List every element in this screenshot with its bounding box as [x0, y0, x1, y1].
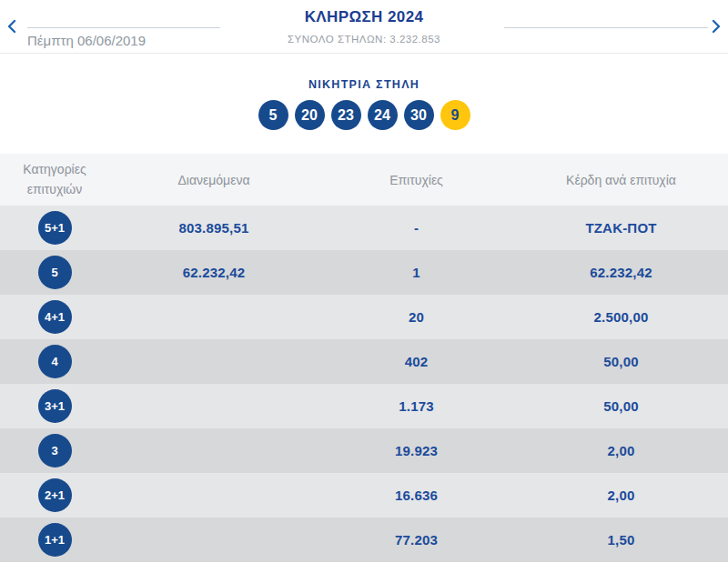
prize-value: ΤΖΑΚ-ΠΟΤ — [514, 220, 728, 236]
bonus-number-ball: 9 — [440, 100, 470, 130]
table-row: 5+1 803.895,51 - ΤΖΑΚ-ΠΟΤ — [0, 206, 728, 250]
draw-date: Πέμπτη 06/06/2019 — [27, 33, 146, 48]
winning-number-ball: 24 — [368, 100, 398, 130]
prize-value: 2,00 — [514, 443, 728, 458]
prize-value: 50,00 — [514, 398, 728, 414]
winning-number-ball: 5 — [258, 100, 288, 130]
prize-value: 2,00 — [514, 488, 728, 503]
category-badge: 3+1 — [38, 389, 72, 423]
winning-numbers: 5 20 23 24 30 9 — [0, 100, 728, 130]
prize-value: 62.232,42 — [514, 265, 728, 280]
table-row: 3 19.923 2,00 — [0, 428, 728, 473]
winners-value: 16.636 — [318, 488, 514, 503]
category-badge: 4+1 — [38, 300, 72, 334]
category-badge: 5 — [38, 256, 72, 289]
table-row: 5 62.232,42 1 62.232,42 — [0, 250, 728, 295]
table-header-row: Κατηγορίες επιτυχιών Διανεμόμενα Επιτυχί… — [0, 154, 728, 206]
category-badge: 5+1 — [38, 211, 72, 245]
category-badge: 4 — [38, 345, 72, 378]
table-row: 4+1 20 2.500,00 — [0, 295, 728, 339]
winners-value: 77.203 — [318, 532, 514, 548]
next-draw-button[interactable] — [708, 18, 724, 35]
table-row: 1+1 77.203 1,50 — [0, 518, 728, 562]
category-badge: 3 — [38, 434, 72, 467]
distributed-value: 803.895,51 — [109, 220, 318, 236]
winners-value: 19.923 — [318, 443, 514, 458]
prize-value: 2.500,00 — [514, 309, 728, 325]
category-badge: 2+1 — [38, 478, 72, 512]
column-header-distributed: Διανεμόμενα — [109, 173, 318, 187]
winners-value: 1.173 — [318, 398, 514, 414]
prize-value: 50,00 — [514, 354, 728, 369]
winning-number-ball: 23 — [331, 100, 361, 130]
column-header-prize: Κέρδη ανά επιτυχία — [514, 173, 728, 187]
winning-column-title: ΝΙΚΗΤΡΙΑ ΣΤΗΛΗ — [0, 78, 728, 91]
column-header-categories: Κατηγορίες επιτυχιών — [0, 160, 109, 199]
prize-table: Κατηγορίες επιτυχιών Διανεμόμενα Επιτυχί… — [0, 154, 728, 562]
chevron-right-icon — [711, 19, 722, 34]
draw-header: ΚΛΗΡΩΣΗ 2024 ΣΥΝΟΛΟ ΣΤΗΛΩΝ: 3.232.853 Πέ… — [0, 0, 728, 54]
winners-value: - — [318, 220, 514, 236]
winning-number-ball: 20 — [295, 100, 325, 130]
category-badge: 1+1 — [38, 523, 72, 557]
winners-value: 402 — [318, 354, 514, 369]
column-header-winners: Επιτυχίες — [318, 173, 514, 187]
winning-number-ball: 30 — [404, 100, 434, 130]
table-row: 4 402 50,00 — [0, 339, 728, 384]
draw-title: ΚΛΗΡΩΣΗ 2024 — [0, 8, 728, 26]
winners-value: 20 — [318, 309, 514, 325]
winners-value: 1 — [318, 265, 514, 280]
distributed-value: 62.232,42 — [109, 265, 318, 280]
winning-column-section: ΝΙΚΗΤΡΙΑ ΣΤΗΛΗ 5 20 23 24 30 9 — [0, 54, 728, 130]
table-row: 3+1 1.173 50,00 — [0, 384, 728, 428]
prize-value: 1,50 — [514, 532, 728, 548]
table-row: 2+1 16.636 2,00 — [0, 473, 728, 518]
